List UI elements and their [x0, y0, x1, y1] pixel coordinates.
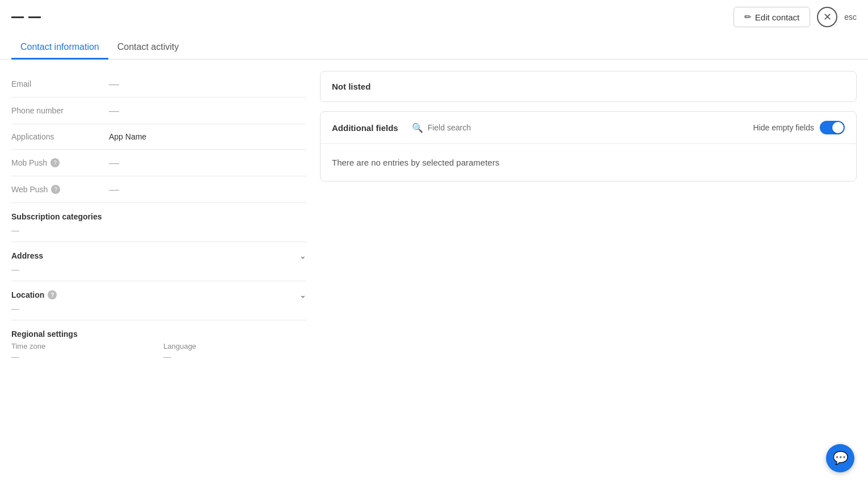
main-layout: Email — Phone number — Applications App …: [0, 60, 868, 379]
close-button[interactable]: ✕: [817, 7, 837, 27]
edit-icon: ✏: [744, 12, 752, 22]
mob-push-row: Mob Push ? —: [11, 150, 306, 176]
location-value: —: [11, 302, 306, 320]
phone-row: Phone number —: [11, 98, 306, 124]
address-heading: Address: [11, 251, 43, 260]
mob-push-help-icon[interactable]: ?: [50, 158, 60, 167]
subscription-categories-heading: Subscription categories: [11, 203, 306, 223]
time-zone-value: —: [11, 352, 154, 361]
chat-widget-icon: 💬: [833, 451, 848, 466]
language-label: Language: [163, 342, 196, 350]
search-icon: 🔍: [412, 122, 423, 133]
address-value: —: [11, 263, 306, 281]
hide-empty-toggle[interactable]: [820, 121, 845, 134]
web-push-label: Web Push ?: [11, 185, 102, 194]
tab-contact-information[interactable]: Contact information: [11, 36, 108, 60]
email-label: Email: [11, 79, 102, 88]
tab-contact-activity[interactable]: Contact activity: [108, 36, 188, 60]
top-bar-right: ✏ Edit contact ✕ esc: [734, 7, 857, 27]
top-bar-left: [11, 16, 41, 18]
edit-contact-button[interactable]: ✏ Edit contact: [734, 7, 810, 27]
language-col: Language —: [163, 341, 306, 361]
phone-value: —: [109, 105, 119, 116]
email-value: —: [109, 79, 119, 89]
address-chevron-icon: ⌄: [300, 251, 306, 260]
language-value: —: [163, 352, 306, 361]
web-push-help-icon[interactable]: ?: [51, 185, 60, 194]
location-chevron-icon: ⌄: [300, 290, 306, 299]
close-icon: ✕: [823, 11, 832, 23]
address-section-header[interactable]: Address ⌄: [11, 242, 306, 263]
applications-label: Applications: [11, 132, 102, 141]
top-bar: ✏ Edit contact ✕ esc: [0, 0, 868, 27]
applications-row: Applications App Name: [11, 124, 306, 150]
time-zone-col: Time zone —: [11, 341, 154, 361]
toggle-knob: [832, 122, 844, 133]
time-zone-label: Time zone: [11, 342, 45, 350]
regional-settings-heading: Regional settings: [11, 320, 306, 341]
additional-fields-card: Additional fields 🔍 Hide empty fields Th…: [320, 111, 857, 181]
right-panel: Not listed Additional fields 🔍 Hide empt…: [320, 71, 857, 181]
additional-fields-title: Additional fields: [332, 123, 398, 133]
chat-widget[interactable]: 💬: [826, 444, 854, 472]
hide-empty-section: Hide empty fields: [753, 121, 845, 134]
subscription-categories-value: —: [11, 223, 306, 242]
location-help-icon[interactable]: ?: [48, 290, 57, 299]
dash-2: [28, 16, 41, 18]
field-search-box[interactable]: 🔍: [412, 122, 744, 133]
tabs-container: Contact information Contact activity: [0, 27, 868, 60]
not-listed-label: Not listed: [332, 82, 370, 91]
no-entries-message: There are no entries by selected paramet…: [321, 144, 856, 181]
mob-push-value: —: [109, 158, 119, 168]
edit-contact-label: Edit contact: [755, 12, 799, 22]
email-row: Email —: [11, 71, 306, 98]
regional-grid: Time zone — Language —: [11, 341, 306, 368]
location-heading: Location ?: [11, 290, 57, 299]
left-panel: Email — Phone number — Applications App …: [11, 71, 306, 368]
hide-empty-label: Hide empty fields: [753, 123, 814, 132]
esc-label: esc: [844, 12, 857, 22]
dash-1: [11, 16, 24, 18]
additional-fields-header: Additional fields 🔍 Hide empty fields: [321, 112, 856, 144]
field-search-input[interactable]: [428, 123, 541, 132]
web-push-value: —: [109, 184, 119, 195]
location-section-header[interactable]: Location ? ⌄: [11, 281, 306, 302]
phone-label: Phone number: [11, 106, 102, 115]
not-listed-card: Not listed: [320, 71, 857, 102]
mob-push-label: Mob Push ?: [11, 158, 102, 167]
web-push-row: Web Push ? —: [11, 176, 306, 203]
applications-value: App Name: [109, 132, 146, 141]
